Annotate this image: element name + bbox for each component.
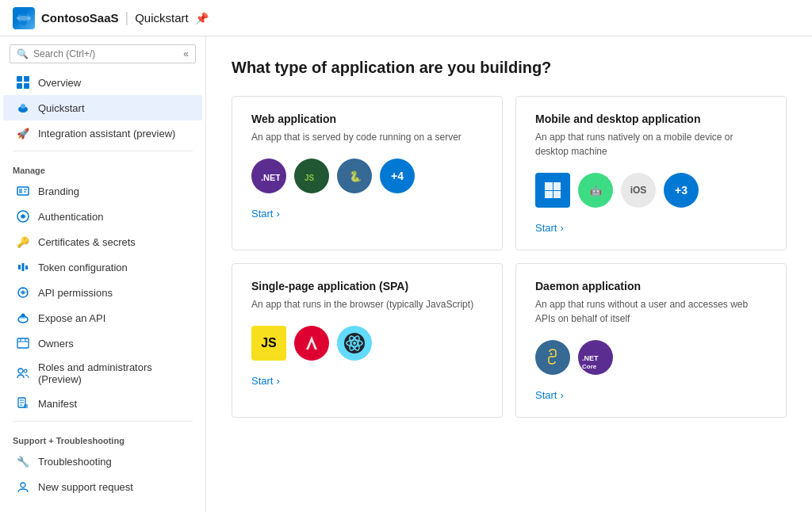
quickstart-icon bbox=[16, 101, 30, 115]
svg-point-14 bbox=[21, 215, 25, 219]
web-start-button[interactable]: Start › bbox=[251, 208, 483, 220]
web-app-card[interactable]: Web application An app that is served by… bbox=[232, 96, 503, 250]
manifest-icon bbox=[16, 396, 30, 411]
svg-text:🐍: 🐍 bbox=[349, 170, 362, 183]
sidebar-item-quickstart[interactable]: Quickstart bbox=[3, 95, 202, 120]
nodejs-icon: JS bbox=[294, 159, 329, 193]
sidebar-item-branding[interactable]: Branding bbox=[3, 178, 202, 204]
title-separator: | bbox=[125, 10, 129, 26]
svg-point-19 bbox=[22, 292, 25, 294]
daemon-app-card[interactable]: Daemon application An app that runs with… bbox=[515, 263, 787, 418]
spa-start-arrow: › bbox=[276, 375, 279, 387]
integration-icon: 🚀 bbox=[16, 126, 30, 140]
plus4-icon: +4 bbox=[380, 159, 415, 193]
spa-app-card[interactable]: Single-page application (SPA) An app tha… bbox=[232, 263, 503, 418]
certs-icon: 🔑 bbox=[16, 235, 30, 249]
app-logo bbox=[13, 7, 35, 29]
python2-icon bbox=[535, 340, 570, 375]
mobile-card-title: Mobile and desktop application bbox=[535, 113, 767, 125]
mobile-start-arrow: › bbox=[560, 222, 563, 234]
svg-point-34 bbox=[21, 483, 25, 487]
daemon-start-button[interactable]: Start › bbox=[535, 389, 767, 401]
spa-card-title: Single-page application (SPA) bbox=[251, 280, 483, 292]
sidebar-branding-label: Branding bbox=[38, 185, 79, 197]
sidebar-item-support[interactable]: New support request bbox=[3, 474, 202, 499]
svg-rect-42 bbox=[553, 182, 561, 190]
sidebar-item-troubleshooting[interactable]: 🔧 Troubleshooting bbox=[3, 449, 202, 474]
svg-point-55 bbox=[550, 353, 552, 354]
svg-rect-16 bbox=[22, 263, 25, 271]
dotnetcore-icon: .NET Core bbox=[578, 340, 613, 375]
mobile-card-desc: An app that runs natively on a mobile de… bbox=[535, 130, 767, 159]
svg-rect-33 bbox=[24, 404, 28, 408]
search-input[interactable] bbox=[33, 48, 183, 59]
sidebar-item-integration[interactable]: 🚀 Integration assistant (preview) bbox=[3, 120, 202, 146]
react-icon bbox=[337, 326, 372, 361]
sidebar-api-label: API permissions bbox=[38, 287, 113, 299]
page-subtitle: Quickstart bbox=[135, 11, 189, 25]
python-icon: 🐍 bbox=[337, 159, 372, 193]
sidebar-item-certs[interactable]: 🔑 Certificates & secrets bbox=[3, 229, 202, 254]
owners-icon bbox=[16, 336, 30, 350]
pin-icon[interactable]: 📌 bbox=[195, 12, 209, 25]
spa-start-label: Start bbox=[251, 375, 273, 387]
svg-rect-10 bbox=[19, 189, 22, 193]
svg-point-2 bbox=[17, 16, 31, 21]
svg-text:🤖: 🤖 bbox=[590, 185, 602, 197]
dotnet-icon: .NET bbox=[251, 159, 286, 193]
sidebar-item-roles[interactable]: Roles and administrators (Preview) bbox=[3, 356, 202, 391]
collapse-icon[interactable]: « bbox=[183, 48, 189, 59]
spa-card-icons: JS bbox=[251, 326, 483, 361]
branding-icon bbox=[16, 184, 30, 198]
sidebar-item-token[interactable]: Token configuration bbox=[3, 254, 202, 280]
expose-api-icon bbox=[16, 311, 30, 325]
mobile-start-button[interactable]: Start › bbox=[535, 222, 767, 234]
ios-label: iOS bbox=[630, 185, 647, 196]
sidebar-certs-label: Certificates & secrets bbox=[38, 236, 136, 248]
sidebar-support-label: New support request bbox=[38, 481, 133, 493]
daemon-card-icons: .NET Core bbox=[535, 340, 767, 375]
manage-section-label: Manage bbox=[0, 156, 205, 178]
api-perms-icon bbox=[16, 285, 30, 300]
ios-icon: iOS bbox=[621, 173, 656, 208]
web-card-icons: .NET JS 🐍 bbox=[251, 159, 483, 193]
sidebar-item-overview[interactable]: Overview bbox=[3, 70, 202, 95]
svg-rect-3 bbox=[17, 76, 22, 82]
sidebar-item-api-perms[interactable]: API permissions bbox=[3, 280, 202, 305]
svg-text:JS: JS bbox=[304, 174, 315, 182]
plus3-label: +3 bbox=[675, 184, 688, 197]
svg-rect-41 bbox=[545, 182, 553, 190]
sidebar: 🔍 « Overview Quic bbox=[0, 36, 206, 512]
sidebar-item-manifest[interactable]: Manifest bbox=[3, 391, 202, 416]
sidebar-item-owners[interactable]: Owners bbox=[3, 331, 202, 356]
resource-name: ContosoSaaS bbox=[41, 11, 119, 25]
spa-card-desc: An app that runs in the browser (typical… bbox=[251, 297, 483, 311]
svg-rect-17 bbox=[25, 266, 28, 269]
topbar: ContosoSaaS | Quickstart 📌 bbox=[0, 0, 812, 36]
spa-start-button[interactable]: Start › bbox=[251, 375, 483, 387]
sidebar-token-label: Token configuration bbox=[38, 262, 128, 273]
mobile-card-icons: 🤖 iOS +3 bbox=[535, 173, 767, 208]
svg-point-22 bbox=[21, 314, 25, 318]
web-card-title: Web application bbox=[251, 113, 483, 125]
svg-rect-15 bbox=[18, 265, 21, 269]
web-start-label: Start bbox=[251, 208, 273, 220]
daemon-card-desc: An app that runs without a user and acce… bbox=[535, 297, 767, 326]
search-box[interactable]: 🔍 « bbox=[10, 44, 196, 63]
mobile-app-card[interactable]: Mobile and desktop application An app th… bbox=[515, 96, 787, 250]
troubleshooting-icon: 🔧 bbox=[16, 454, 30, 468]
sidebar-auth-label: Authentication bbox=[38, 211, 103, 223]
svg-point-28 bbox=[24, 369, 27, 373]
sidebar-manifest-label: Manifest bbox=[38, 398, 77, 410]
svg-point-8 bbox=[21, 104, 25, 109]
page-title: What type of application are you buildin… bbox=[232, 59, 787, 77]
sidebar-item-authentication[interactable]: Authentication bbox=[3, 204, 202, 229]
support-icon bbox=[16, 480, 30, 494]
svg-point-47 bbox=[301, 333, 322, 353]
sidebar-integration-label: Integration assistant (preview) bbox=[38, 128, 175, 139]
sidebar-item-expose-api[interactable]: Expose an API bbox=[3, 305, 202, 331]
main-layout: 🔍 « Overview Quic bbox=[0, 36, 812, 512]
windows-icon bbox=[535, 173, 570, 208]
mobile-start-label: Start bbox=[535, 222, 557, 234]
daemon-start-arrow: › bbox=[560, 389, 563, 401]
